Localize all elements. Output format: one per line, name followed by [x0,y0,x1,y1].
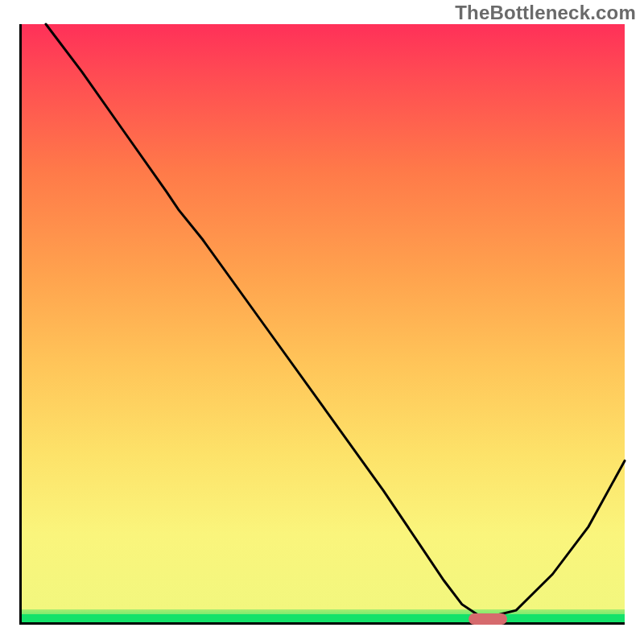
chart-stage: TheBottleneck.com [0,0,644,644]
optimal-marker [469,613,508,625]
bottleneck-curve [22,24,625,622]
plot-area [19,24,625,625]
watermark-label: TheBottleneck.com [455,2,636,24]
